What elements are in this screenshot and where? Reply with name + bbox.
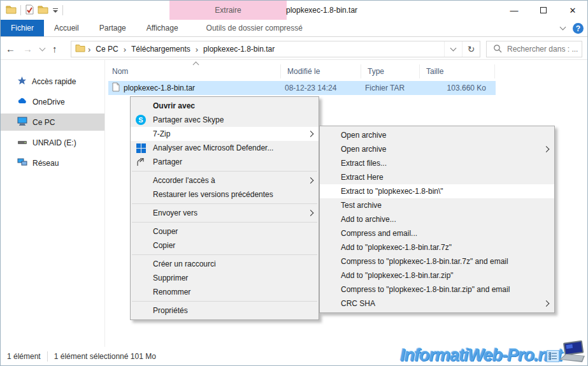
- menu-separator: [132, 222, 317, 223]
- column-headers: Nom Modifié le Type Taille: [106, 64, 588, 78]
- sidebar-item-onedrive[interactable]: OneDrive: [1, 93, 104, 110]
- customize-qat-button[interactable]: [52, 8, 59, 13]
- breadcrumb-separator-icon: ›: [87, 45, 92, 54]
- sidebar-item-ce-pc[interactable]: Ce PC: [1, 113, 104, 131]
- submenu-item-crc-sha[interactable]: CRC SHA: [320, 296, 554, 311]
- title-bar: Extraire plopkexec-1.8-bin.tar — ✕: [1, 1, 587, 20]
- address-bar[interactable]: › Ce PC › Téléchargements › plopkexec-1.…: [71, 41, 480, 57]
- up-icon[interactable]: ↑: [52, 43, 57, 54]
- window-title: plopkexec-1.8-bin.tar: [286, 1, 357, 20]
- context-menu: Ouvrir avec S Partager avec Skype 7-Zip …: [130, 96, 319, 320]
- column-header-nom[interactable]: Nom: [106, 64, 281, 78]
- menu-item-envoyer-vers[interactable]: Envoyer vers: [131, 206, 319, 220]
- file-icon: [112, 82, 120, 94]
- submenu-item-compress-to-7z-email[interactable]: Compress to "plopkexec-1.8-bin.tar.7z" a…: [320, 254, 554, 268]
- defender-icon: [136, 143, 146, 153]
- menu-item-couper[interactable]: Couper: [131, 224, 319, 238]
- menu-item-creer-raccourci[interactable]: Créer un raccourci: [131, 257, 319, 271]
- separator: [20, 5, 21, 15]
- sidebar-item-unraid[interactable]: UNRAID (E:): [1, 134, 104, 151]
- separator: [47, 351, 48, 362]
- menu-separator: [132, 203, 317, 204]
- properties-button[interactable]: [25, 4, 34, 17]
- sidebar-item-reseau[interactable]: Réseau: [1, 154, 104, 172]
- collapse-ribbon-icon[interactable]: [560, 24, 566, 31]
- breadcrumb-telechargements[interactable]: Téléchargements: [129, 45, 193, 54]
- menu-item-restaurer-versions[interactable]: Restaurer les versions précédentes: [131, 187, 319, 201]
- menu-item-copier[interactable]: Copier: [131, 238, 319, 253]
- menu-item-defender[interactable]: Analyser avec Microsoft Defender...: [131, 141, 319, 155]
- new-folder-button[interactable]: [38, 5, 48, 16]
- submenu-arrow-icon: [308, 210, 314, 216]
- recent-locations-icon[interactable]: [39, 45, 46, 51]
- submenu-item-extract-to-folder[interactable]: Extract to "plopkexec-1.8-bin\": [320, 184, 554, 198]
- ribbon-tab-bar: Fichier Accueil Partage Affichage Outils…: [1, 20, 587, 37]
- file-modified-cell: 08-12-23 14:24: [281, 84, 361, 92]
- sidebar-item-acces-rapide[interactable]: Accès rapide: [1, 73, 104, 90]
- contextual-tab-group-extraire[interactable]: Extraire: [169, 1, 287, 20]
- tab-fichier[interactable]: Fichier: [1, 20, 44, 36]
- submenu-arrow-icon: [308, 177, 314, 184]
- menu-item-partager-avec-skype[interactable]: S Partager avec Skype: [131, 113, 319, 127]
- file-size-cell: 103.660 Ko: [420, 84, 491, 92]
- submenu-item-add-to-archive[interactable]: Add to archive...: [320, 212, 554, 226]
- tab-partage[interactable]: Partage: [89, 20, 136, 36]
- menu-item-ouvrir-avec[interactable]: Ouvrir avec: [131, 99, 319, 113]
- quick-access-toolbar: [1, 4, 63, 17]
- breadcrumb-current-folder[interactable]: plopkexec-1.8-bin.tar: [201, 45, 277, 54]
- selection-info: 1 élément sélectionné 101 Mo: [54, 352, 156, 361]
- minimize-button[interactable]: —: [499, 1, 529, 20]
- back-icon[interactable]: ←: [6, 43, 15, 54]
- tab-outils-dossier-compresse[interactable]: Outils de dossier compressé: [196, 20, 313, 36]
- address-dropdown-button[interactable]: [444, 41, 462, 57]
- window-controls: — ✕: [499, 1, 587, 20]
- menu-separator: [132, 301, 317, 302]
- submenu-item-extract-here[interactable]: Extract Here: [320, 170, 554, 184]
- onedrive-cloud-icon: [17, 97, 27, 106]
- navigation-pane: Accès rapide OneDrive Ce PC UNRAID (E:) …: [1, 60, 105, 348]
- file-row-selected[interactable]: plopkexec-1.8-bin.tar 08-12-23 14:24 Fic…: [108, 81, 496, 95]
- quick-access-star-icon: [17, 76, 27, 87]
- maximize-button[interactable]: [529, 1, 558, 20]
- menu-item-partager[interactable]: Partager: [131, 155, 319, 169]
- menu-item-accorder-acces[interactable]: Accorder l'accès à: [131, 173, 319, 187]
- submenu-item-open-archive-as[interactable]: Open archive: [320, 142, 554, 156]
- menu-item-renommer[interactable]: Renommer: [131, 285, 319, 299]
- refresh-icon[interactable]: ↻: [462, 41, 480, 57]
- drive-icon: [17, 138, 27, 147]
- menu-item-7zip[interactable]: 7-Zip: [131, 127, 319, 141]
- menu-item-proprietes[interactable]: Propriétés: [131, 304, 319, 318]
- submenu-item-test-archive[interactable]: Test archive: [320, 198, 554, 212]
- submenu-item-compress-to-zip-email[interactable]: Compress to "plopkexec-1.8-bin.tar.zip" …: [320, 282, 554, 296]
- menu-item-supprimer[interactable]: Supprimer: [131, 271, 319, 285]
- submenu-item-open-archive[interactable]: Open archive: [320, 128, 554, 142]
- column-header-modifie-le[interactable]: Modifié le: [281, 64, 361, 78]
- submenu-item-add-to-zip[interactable]: Add to "plopkexec-1.8-bin.tar.zip": [320, 268, 554, 282]
- search-placeholder: Rechercher dans : ...: [507, 45, 578, 54]
- breadcrumb: › Ce PC › Téléchargements › plopkexec-1.…: [71, 44, 444, 54]
- status-left: 1 élément 1 élément sélectionné 101 Mo: [1, 351, 156, 362]
- skype-icon: S: [136, 115, 146, 125]
- folder-icon: [6, 5, 17, 16]
- breadcrumb-ce-pc[interactable]: Ce PC: [93, 45, 120, 54]
- sidebar-item-label: Réseau: [32, 159, 59, 168]
- submenu-item-compress-and-email[interactable]: Compress and email...: [320, 226, 554, 240]
- address-bar-buttons: ↻: [444, 41, 480, 57]
- seven-zip-submenu: Open archive Open archive Extract files.…: [319, 126, 555, 313]
- help-icon[interactable]: ?: [573, 23, 584, 34]
- submenu-item-add-to-7z[interactable]: Add to "plopkexec-1.8-bin.tar.7z": [320, 240, 554, 254]
- column-header-taille[interactable]: Taille: [420, 64, 495, 78]
- tab-accueil[interactable]: Accueil: [44, 20, 89, 36]
- tab-affichage[interactable]: Affichage: [136, 20, 189, 36]
- forward-icon[interactable]: →: [23, 43, 32, 54]
- ribbon-right-controls: ?: [561, 20, 584, 37]
- close-button[interactable]: ✕: [558, 1, 587, 20]
- breadcrumb-separator-icon: ›: [194, 45, 199, 54]
- submenu-item-extract-files[interactable]: Extract files...: [320, 156, 554, 170]
- search-input[interactable]: Rechercher dans : ...: [486, 41, 582, 57]
- search-icon: [493, 44, 502, 55]
- separator: [62, 5, 63, 15]
- column-header-type[interactable]: Type: [361, 64, 420, 78]
- menu-separator: [132, 254, 317, 255]
- sidebar-item-label: Accès rapide: [32, 77, 76, 86]
